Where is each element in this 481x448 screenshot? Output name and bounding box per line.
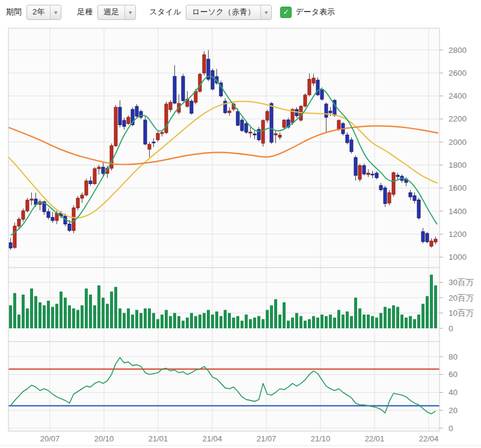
candle-type-dropdown[interactable]: 週足 ▾ [97, 5, 136, 20]
axis-tick-label: 10百万 [449, 308, 474, 318]
period-value[interactable]: 2年 [27, 5, 50, 19]
date-label: 22/01 [365, 434, 385, 443]
axis-tick-label: 1400 [449, 207, 467, 216]
date-label: 21/01 [149, 434, 168, 443]
axis-tick-label: 20百万 [449, 293, 474, 302]
axis-tick-label: 0 [449, 424, 453, 433]
axis-tick-label: 1800 [449, 161, 467, 170]
date-label: 22/04 [419, 434, 439, 443]
axis-tick-label: 30百万 [449, 278, 474, 287]
stock-chart[interactable]: 2800260024002200200018001600140012001000… [0, 24, 481, 448]
chevron-down-icon[interactable]: ▾ [260, 5, 271, 19]
chevron-down-icon[interactable]: ▾ [50, 5, 61, 19]
toolbar: 期間 2年 ▾ 足種 週足 ▾ スタイル ローソク（赤青） ▾ ✓ データ表示 [0, 0, 481, 24]
axis-tick-label: 20 [449, 406, 458, 415]
axis-tick-label: 1000 [449, 253, 467, 262]
axis-tick-label: 1200 [449, 230, 467, 239]
axis-tick-label: 2800 [449, 46, 467, 55]
axis-tick-label: 2200 [449, 114, 467, 123]
date-label: 21/10 [311, 434, 331, 443]
candle-type-label: 足種 [77, 7, 93, 17]
axis-tick-label: 2000 [449, 138, 467, 147]
style-dropdown[interactable]: ローソク（赤青） ▾ [186, 5, 272, 20]
axis-tick-label: 40 [449, 388, 458, 397]
axis-tick-label: 1600 [449, 183, 467, 192]
data-display-toggle[interactable]: ✓ データ表示 [280, 7, 335, 18]
style-value[interactable]: ローソク（赤青） [186, 5, 260, 19]
period-dropdown[interactable]: 2年 ▾ [26, 5, 61, 20]
data-display-label: データ表示 [295, 7, 335, 17]
chevron-down-icon[interactable]: ▾ [124, 5, 135, 19]
axis-labels: 2800260024002200200018001600140012001000… [440, 46, 474, 433]
axis-tick-label: 0 [449, 324, 453, 333]
chart-canvas[interactable]: 2800260024002200200018001600140012001000… [0, 24, 481, 448]
period-label: 期間 [6, 7, 22, 17]
date-label: 21/07 [257, 434, 277, 443]
date-label: 20/07 [40, 434, 60, 443]
candle-type-value[interactable]: 週足 [98, 5, 124, 19]
checkbox-checked-icon[interactable]: ✓ [280, 7, 292, 18]
axis-tick-label: 2600 [449, 69, 467, 78]
date-axis-labels: 20/0720/1021/0121/0421/0721/1022/0122/04 [40, 434, 439, 443]
axis-tick-label: 80 [449, 352, 458, 361]
date-label: 21/04 [203, 434, 222, 443]
date-label: 20/10 [94, 434, 114, 443]
style-label: スタイル [149, 7, 181, 17]
axis-tick-label: 60 [449, 370, 458, 379]
axis-tick-label: 2400 [449, 91, 467, 100]
